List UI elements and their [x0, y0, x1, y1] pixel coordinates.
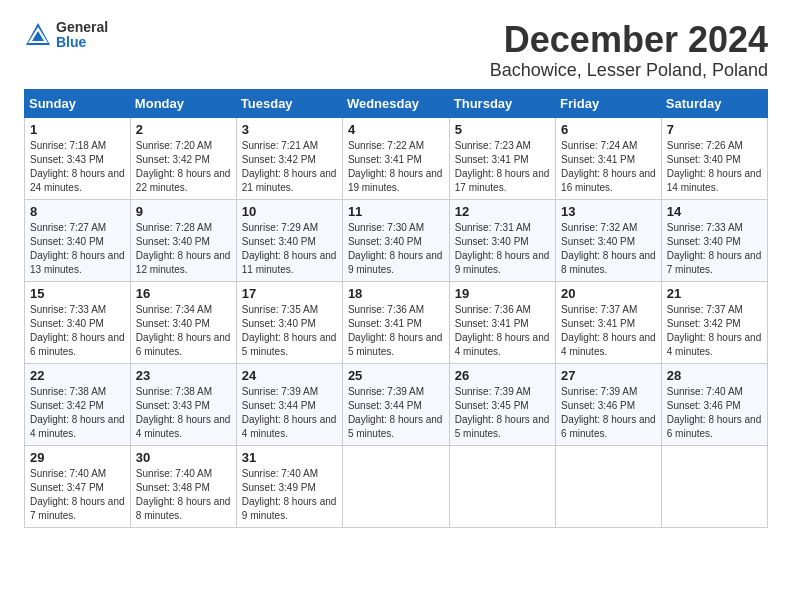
- calendar-cell: 18Sunrise: 7:36 AMSunset: 3:41 PMDayligh…: [342, 281, 449, 363]
- calendar-cell: 13Sunrise: 7:32 AMSunset: 3:40 PMDayligh…: [556, 199, 662, 281]
- day-number: 28: [667, 368, 762, 383]
- calendar-cell: 17Sunrise: 7:35 AMSunset: 3:40 PMDayligh…: [236, 281, 342, 363]
- header: General Blue December 2024 Bachowice, Le…: [24, 20, 768, 81]
- day-info: Sunrise: 7:37 AMSunset: 3:41 PMDaylight:…: [561, 303, 656, 359]
- calendar-cell: 26Sunrise: 7:39 AMSunset: 3:45 PMDayligh…: [449, 363, 555, 445]
- day-info: Sunrise: 7:30 AMSunset: 3:40 PMDaylight:…: [348, 221, 444, 277]
- logo: General Blue: [24, 20, 108, 51]
- calendar-cell: 9Sunrise: 7:28 AMSunset: 3:40 PMDaylight…: [130, 199, 236, 281]
- calendar-cell: 15Sunrise: 7:33 AMSunset: 3:40 PMDayligh…: [25, 281, 131, 363]
- month-title: December 2024: [490, 20, 768, 60]
- calendar-cell: 7Sunrise: 7:26 AMSunset: 3:40 PMDaylight…: [661, 117, 767, 199]
- day-info: Sunrise: 7:38 AMSunset: 3:43 PMDaylight:…: [136, 385, 231, 441]
- day-info: Sunrise: 7:37 AMSunset: 3:42 PMDaylight:…: [667, 303, 762, 359]
- calendar-cell: 6Sunrise: 7:24 AMSunset: 3:41 PMDaylight…: [556, 117, 662, 199]
- calendar-cell: 8Sunrise: 7:27 AMSunset: 3:40 PMDaylight…: [25, 199, 131, 281]
- day-info: Sunrise: 7:27 AMSunset: 3:40 PMDaylight:…: [30, 221, 125, 277]
- logo-icon: [24, 21, 52, 49]
- calendar-cell: 19Sunrise: 7:36 AMSunset: 3:41 PMDayligh…: [449, 281, 555, 363]
- day-number: 18: [348, 286, 444, 301]
- day-number: 22: [30, 368, 125, 383]
- calendar-cell: 28Sunrise: 7:40 AMSunset: 3:46 PMDayligh…: [661, 363, 767, 445]
- day-number: 8: [30, 204, 125, 219]
- day-info: Sunrise: 7:29 AMSunset: 3:40 PMDaylight:…: [242, 221, 337, 277]
- day-info: Sunrise: 7:39 AMSunset: 3:44 PMDaylight:…: [242, 385, 337, 441]
- location-title: Bachowice, Lesser Poland, Poland: [490, 60, 768, 81]
- calendar-cell: 1Sunrise: 7:18 AMSunset: 3:43 PMDaylight…: [25, 117, 131, 199]
- calendar-header-monday: Monday: [130, 89, 236, 117]
- day-number: 16: [136, 286, 231, 301]
- calendar-cell: 4Sunrise: 7:22 AMSunset: 3:41 PMDaylight…: [342, 117, 449, 199]
- calendar-cell: 10Sunrise: 7:29 AMSunset: 3:40 PMDayligh…: [236, 199, 342, 281]
- calendar-cell: 16Sunrise: 7:34 AMSunset: 3:40 PMDayligh…: [130, 281, 236, 363]
- calendar-cell: 25Sunrise: 7:39 AMSunset: 3:44 PMDayligh…: [342, 363, 449, 445]
- day-info: Sunrise: 7:36 AMSunset: 3:41 PMDaylight:…: [455, 303, 550, 359]
- day-info: Sunrise: 7:26 AMSunset: 3:40 PMDaylight:…: [667, 139, 762, 195]
- day-info: Sunrise: 7:23 AMSunset: 3:41 PMDaylight:…: [455, 139, 550, 195]
- day-number: 24: [242, 368, 337, 383]
- day-info: Sunrise: 7:33 AMSunset: 3:40 PMDaylight:…: [30, 303, 125, 359]
- day-number: 4: [348, 122, 444, 137]
- day-info: Sunrise: 7:18 AMSunset: 3:43 PMDaylight:…: [30, 139, 125, 195]
- calendar-cell: 31Sunrise: 7:40 AMSunset: 3:49 PMDayligh…: [236, 445, 342, 527]
- calendar-cell: 14Sunrise: 7:33 AMSunset: 3:40 PMDayligh…: [661, 199, 767, 281]
- calendar-cell: [556, 445, 662, 527]
- title-block: December 2024 Bachowice, Lesser Poland, …: [490, 20, 768, 81]
- calendar-cell: 5Sunrise: 7:23 AMSunset: 3:41 PMDaylight…: [449, 117, 555, 199]
- day-number: 10: [242, 204, 337, 219]
- day-number: 29: [30, 450, 125, 465]
- day-number: 30: [136, 450, 231, 465]
- calendar-cell: 2Sunrise: 7:20 AMSunset: 3:42 PMDaylight…: [130, 117, 236, 199]
- calendar-cell: 11Sunrise: 7:30 AMSunset: 3:40 PMDayligh…: [342, 199, 449, 281]
- day-number: 27: [561, 368, 656, 383]
- day-number: 13: [561, 204, 656, 219]
- page-container: General Blue December 2024 Bachowice, Le…: [24, 20, 768, 528]
- day-info: Sunrise: 7:24 AMSunset: 3:41 PMDaylight:…: [561, 139, 656, 195]
- day-number: 26: [455, 368, 550, 383]
- day-number: 9: [136, 204, 231, 219]
- calendar-header-sunday: Sunday: [25, 89, 131, 117]
- calendar-cell: 30Sunrise: 7:40 AMSunset: 3:48 PMDayligh…: [130, 445, 236, 527]
- calendar-header-friday: Friday: [556, 89, 662, 117]
- calendar-cell: 21Sunrise: 7:37 AMSunset: 3:42 PMDayligh…: [661, 281, 767, 363]
- calendar-cell: [449, 445, 555, 527]
- day-info: Sunrise: 7:22 AMSunset: 3:41 PMDaylight:…: [348, 139, 444, 195]
- calendar-week-row: 1Sunrise: 7:18 AMSunset: 3:43 PMDaylight…: [25, 117, 768, 199]
- day-number: 5: [455, 122, 550, 137]
- calendar-cell: 23Sunrise: 7:38 AMSunset: 3:43 PMDayligh…: [130, 363, 236, 445]
- day-info: Sunrise: 7:33 AMSunset: 3:40 PMDaylight:…: [667, 221, 762, 277]
- calendar-header-tuesday: Tuesday: [236, 89, 342, 117]
- logo-text: General Blue: [56, 20, 108, 51]
- calendar: SundayMondayTuesdayWednesdayThursdayFrid…: [24, 89, 768, 528]
- day-info: Sunrise: 7:36 AMSunset: 3:41 PMDaylight:…: [348, 303, 444, 359]
- day-info: Sunrise: 7:40 AMSunset: 3:46 PMDaylight:…: [667, 385, 762, 441]
- day-info: Sunrise: 7:40 AMSunset: 3:47 PMDaylight:…: [30, 467, 125, 523]
- day-number: 31: [242, 450, 337, 465]
- calendar-cell: 12Sunrise: 7:31 AMSunset: 3:40 PMDayligh…: [449, 199, 555, 281]
- day-info: Sunrise: 7:39 AMSunset: 3:45 PMDaylight:…: [455, 385, 550, 441]
- day-number: 15: [30, 286, 125, 301]
- calendar-cell: [342, 445, 449, 527]
- day-number: 3: [242, 122, 337, 137]
- day-info: Sunrise: 7:21 AMSunset: 3:42 PMDaylight:…: [242, 139, 337, 195]
- day-info: Sunrise: 7:39 AMSunset: 3:46 PMDaylight:…: [561, 385, 656, 441]
- calendar-header-row: SundayMondayTuesdayWednesdayThursdayFrid…: [25, 89, 768, 117]
- day-number: 6: [561, 122, 656, 137]
- calendar-cell: 22Sunrise: 7:38 AMSunset: 3:42 PMDayligh…: [25, 363, 131, 445]
- day-number: 17: [242, 286, 337, 301]
- calendar-header-thursday: Thursday: [449, 89, 555, 117]
- day-number: 19: [455, 286, 550, 301]
- day-number: 14: [667, 204, 762, 219]
- day-number: 21: [667, 286, 762, 301]
- calendar-cell: 24Sunrise: 7:39 AMSunset: 3:44 PMDayligh…: [236, 363, 342, 445]
- calendar-week-row: 22Sunrise: 7:38 AMSunset: 3:42 PMDayligh…: [25, 363, 768, 445]
- day-number: 25: [348, 368, 444, 383]
- day-info: Sunrise: 7:28 AMSunset: 3:40 PMDaylight:…: [136, 221, 231, 277]
- day-info: Sunrise: 7:39 AMSunset: 3:44 PMDaylight:…: [348, 385, 444, 441]
- day-number: 7: [667, 122, 762, 137]
- day-info: Sunrise: 7:34 AMSunset: 3:40 PMDaylight:…: [136, 303, 231, 359]
- calendar-week-row: 8Sunrise: 7:27 AMSunset: 3:40 PMDaylight…: [25, 199, 768, 281]
- calendar-week-row: 15Sunrise: 7:33 AMSunset: 3:40 PMDayligh…: [25, 281, 768, 363]
- day-number: 20: [561, 286, 656, 301]
- calendar-cell: 20Sunrise: 7:37 AMSunset: 3:41 PMDayligh…: [556, 281, 662, 363]
